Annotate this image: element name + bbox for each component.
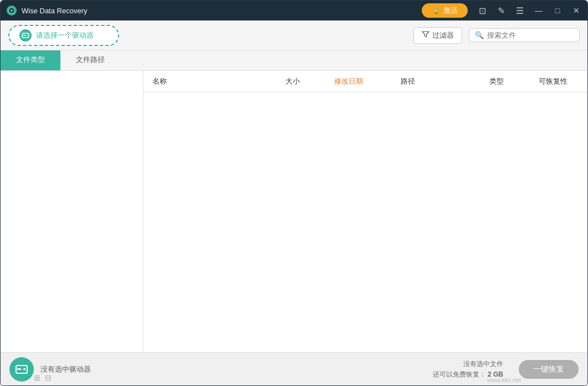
svg-point-8 bbox=[23, 368, 25, 370]
col-header-type: 类型 bbox=[485, 71, 534, 92]
recover-button[interactable]: 一键恢复 bbox=[519, 360, 579, 379]
watermark: www.kkx.net bbox=[487, 377, 521, 383]
filter-icon bbox=[422, 30, 430, 40]
tab-file-path[interactable]: 文件路径 bbox=[60, 50, 120, 70]
lock-icon: 🔒 bbox=[432, 7, 441, 15]
app-title: Wise Data Recovery bbox=[22, 7, 422, 15]
window-controls: ⊡ ✎ ☰ — □ ✕ bbox=[477, 5, 582, 16]
col-header-name: 名称 bbox=[148, 71, 281, 92]
drive-selector[interactable]: 请选择一个驱动器 bbox=[8, 25, 119, 46]
col-header-recoverability: 可恢复性 bbox=[534, 71, 583, 92]
col-header-path: 路径 bbox=[396, 71, 485, 92]
maximize-button[interactable]: □ bbox=[552, 5, 563, 16]
content-area: 名称 大小 修改日期 路径 类型 可恢复性 bbox=[144, 71, 587, 352]
main-area: 名称 大小 修改日期 路径 类型 可恢复性 bbox=[1, 71, 587, 352]
minimize-button[interactable]: — bbox=[533, 5, 544, 16]
edit-icon-btn[interactable]: ✎ bbox=[495, 5, 507, 16]
svg-point-2 bbox=[11, 10, 13, 12]
toolbar: 请选择一个驱动器 过滤器 🔍 bbox=[1, 20, 587, 50]
status-drive-text: 没有选中驱动器 bbox=[40, 364, 91, 374]
search-icon: 🔍 bbox=[475, 31, 484, 39]
filter-button[interactable]: 过滤器 bbox=[413, 27, 462, 44]
col-header-date: 修改日期 bbox=[330, 71, 396, 92]
table-header: 名称 大小 修改日期 路径 类型 可恢复性 bbox=[144, 71, 587, 92]
app-window: Wise Data Recovery 🔒 激活 ⊡ ✎ ☰ — □ ✕ 请选择一… bbox=[0, 0, 588, 386]
no-file-text: 没有选中文件 bbox=[463, 359, 503, 369]
bottom-icons: ⊞ ⊟ bbox=[34, 373, 52, 382]
status-drive-icon bbox=[9, 357, 34, 382]
status-bar: 没有选中驱动器 ⊞ ⊟ 没有选中文件 还可以免费恢复： 2 GB 一键恢复 ww… bbox=[1, 352, 587, 385]
sidebar bbox=[1, 71, 144, 352]
close-button[interactable]: ✕ bbox=[571, 5, 582, 16]
app-logo-icon bbox=[6, 5, 17, 16]
svg-rect-7 bbox=[17, 368, 21, 370]
col-header-size: 大小 bbox=[281, 71, 330, 92]
drive-selector-icon bbox=[19, 29, 32, 42]
svg-point-5 bbox=[27, 35, 28, 36]
menu-icon-btn[interactable]: ☰ bbox=[514, 5, 525, 16]
search-input[interactable] bbox=[487, 31, 574, 39]
table-body bbox=[144, 92, 587, 352]
bottom-icon-1[interactable]: ⊞ bbox=[34, 373, 40, 382]
tab-file-type[interactable]: 文件类型 bbox=[1, 50, 60, 70]
bottom-icon-2[interactable]: ⊟ bbox=[45, 373, 52, 382]
tab-bar: 文件类型 文件路径 bbox=[1, 50, 587, 71]
monitor-icon-btn[interactable]: ⊡ bbox=[477, 5, 488, 16]
search-box[interactable]: 🔍 bbox=[469, 28, 580, 42]
activate-button[interactable]: 🔒 激活 bbox=[422, 3, 468, 18]
title-bar: Wise Data Recovery 🔒 激活 ⊡ ✎ ☰ — □ ✕ bbox=[1, 1, 587, 20]
svg-rect-4 bbox=[23, 35, 25, 36]
